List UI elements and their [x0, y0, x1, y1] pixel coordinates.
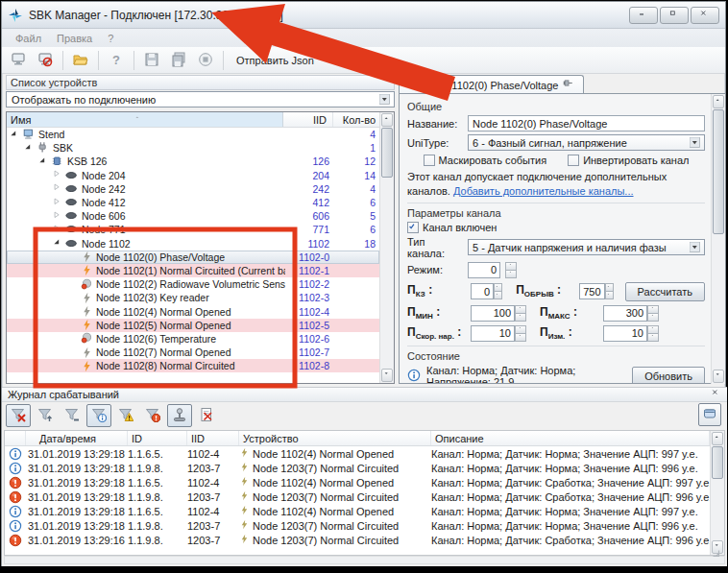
threshold-input[interactable]: 10	[471, 325, 515, 342]
log-row[interactable]: 31.01.2019 13:29:181.1.9.8.1203-7Node 12…	[5, 518, 724, 533]
tree-row[interactable]: Node 2422424	[7, 182, 379, 196]
view-mode-combobox[interactable]: Отображать по подключению	[6, 91, 395, 107]
filter-lower-button[interactable]	[60, 404, 85, 427]
add-extra-channels-link[interactable]: Добавить дополнительные каналы...	[453, 185, 634, 197]
log-scrollbar[interactable]	[710, 431, 724, 555]
scroll-up-icon[interactable]	[381, 113, 393, 127]
expanded-expander-icon[interactable]	[52, 238, 64, 249]
tree-row[interactable]: Node 4124126	[7, 196, 379, 209]
pin-icon[interactable]	[562, 79, 575, 92]
column-header[interactable]: Устройство	[239, 431, 431, 445]
checkbox-checked[interactable]	[407, 222, 419, 233]
log-row[interactable]: 31.01.2019 13:29:181.1.6.5.1102-4Node 11…	[5, 475, 724, 489]
mode-input[interactable]: 0	[468, 262, 500, 278]
maximize-button[interactable]	[660, 7, 689, 24]
name-input[interactable]: Node 1102(0) Phase/Voltage	[468, 115, 705, 131]
log-row[interactable]: 31.01.2019 13:29:161.1.9.8.1203-7Node 12…	[5, 533, 724, 547]
checkbox-unchecked[interactable]	[568, 155, 579, 166]
tree-row[interactable]: Node 7717716	[7, 223, 379, 236]
column-header[interactable]: IID	[187, 431, 239, 445]
log-table-header[interactable]: Дата/времяIDIIDУстройствоОписание	[5, 431, 724, 446]
threshold-input[interactable]: 0	[471, 283, 494, 299]
channel-type-combobox[interactable]: 5 - Датчик напряжения и наличия фазы	[468, 239, 705, 255]
column-header[interactable]: Дата/время	[26, 431, 128, 445]
collapsed-expander-icon[interactable]	[52, 211, 64, 222]
connect-button[interactable]	[6, 49, 31, 72]
tree-row[interactable]: Node 1102110218	[7, 237, 379, 251]
scrollbar-thumb[interactable]	[381, 128, 393, 178]
properties-scrollbar[interactable]	[711, 94, 725, 384]
column-header-severity[interactable]	[5, 431, 26, 445]
tree-row[interactable]: Node 1102(3) Key reader1102-3	[7, 291, 379, 304]
scrollbar-thumb[interactable]	[713, 109, 724, 234]
mask-events-checkbox[interactable]: Маскировать события	[424, 155, 547, 166]
unitype-combobox[interactable]: 6 - Фазный сигнал, напряжение	[468, 134, 705, 151]
column-header-count[interactable]: Кол-во	[333, 112, 379, 127]
menu-item[interactable]: ?	[100, 31, 121, 46]
close-button[interactable]	[691, 7, 719, 24]
filter-raise-button[interactable]	[33, 404, 58, 427]
scrollbar-thumb[interactable]	[712, 446, 723, 479]
tree-row[interactable]: Node 1102(7) Normal Opened1102-7	[7, 346, 379, 359]
tree-row[interactable]: KSB 12612612	[7, 155, 379, 168]
filter-error-button[interactable]	[140, 404, 165, 427]
tree-header[interactable]: Имя IID Кол-во	[7, 112, 379, 128]
column-header[interactable]: Описание	[431, 431, 710, 445]
threshold-input[interactable]: 750	[579, 283, 604, 299]
tree-row[interactable]: Node 1102(4) Normal Opened1102-4	[7, 304, 379, 318]
expanded-expander-icon[interactable]	[23, 143, 36, 154]
column-header-name[interactable]: Имя	[7, 112, 283, 127]
help-button[interactable]: ?	[104, 49, 129, 72]
log-row[interactable]: 31.01.2019 13:29:181.1.9.8.1203-7Node 12…	[5, 461, 724, 475]
open-button[interactable]	[68, 49, 93, 72]
log-row[interactable]: 31.01.2019 13:29:181.1.6.5.1102-4Node 11…	[5, 446, 724, 461]
tree-row[interactable]: SBK1	[7, 141, 379, 155]
threshold-input[interactable]: 100	[471, 305, 515, 322]
tree-row[interactable]: Node 1102(0) Phase/Voltage1102-0	[7, 251, 379, 264]
tab-channel-properties[interactable]: Node 1102(0) Phase/Voltage	[399, 75, 584, 94]
column-header-iid[interactable]: IID	[283, 112, 333, 127]
collapsed-expander-icon[interactable]	[52, 225, 64, 235]
threshold-input[interactable]: 10	[603, 325, 647, 342]
tree-row[interactable]: Node 1102(6) Temperature1102-6	[7, 332, 379, 346]
tree-row[interactable]: Node 1102(1) Normal Circuited (Current b…	[7, 264, 379, 277]
channel-enabled-checkbox[interactable]: Канал включен	[407, 222, 497, 233]
filter-info-button[interactable]	[86, 404, 111, 427]
log-popup-button[interactable]	[698, 403, 721, 426]
refresh-button[interactable]: Обновить	[632, 367, 705, 384]
menu-item[interactable]: Файл	[8, 31, 49, 46]
filter-test-button[interactable]	[167, 404, 192, 427]
disconnect-button[interactable]	[33, 49, 58, 72]
expanded-expander-icon[interactable]	[9, 130, 21, 140]
collapsed-expander-icon[interactable]	[52, 170, 64, 180]
title-bar[interactable]: SBK Manager - Подключен [172.30.30.121:4…	[2, 2, 725, 29]
calculate-button[interactable]: Рассчитать	[625, 282, 705, 301]
log-row[interactable]: 31.01.2019 13:29:181.1.9.8.1203-7Node 12…	[5, 489, 724, 504]
log-row[interactable]: 31.01.2019 13:29:181.1.6.5.1102-4Node 11…	[5, 504, 724, 518]
save-button[interactable]	[139, 49, 164, 72]
collapsed-expander-icon[interactable]	[52, 183, 64, 194]
send-json-button[interactable]: Отправить Json	[229, 49, 322, 72]
invert-channel-checkbox[interactable]: Инвертировать канал	[568, 155, 689, 166]
filter-warning-button[interactable]	[113, 404, 138, 427]
tree-row[interactable]: Stend4	[7, 128, 379, 141]
tree-row[interactable]: Node 1102(8) Normal Circuited1102-8	[7, 359, 379, 372]
tree-row[interactable]: Node 1102(2) Radiowave Volumetric Sensor…	[7, 277, 379, 291]
filter-clear-button[interactable]	[6, 404, 31, 427]
tree-scrollbar[interactable]	[379, 112, 394, 383]
expanded-expander-icon[interactable]	[37, 156, 50, 167]
column-header[interactable]: ID	[128, 431, 187, 445]
scroll-up-icon[interactable]	[713, 95, 724, 108]
tree-row[interactable]: Node 6066065	[7, 209, 379, 223]
save-copy-button[interactable]	[166, 49, 191, 72]
resize-grip[interactable]	[712, 549, 723, 562]
close-log-icon[interactable]	[712, 389, 721, 400]
scroll-up-icon[interactable]	[712, 432, 723, 445]
checkbox-unchecked[interactable]	[424, 155, 435, 166]
scroll-down-icon[interactable]	[381, 369, 393, 382]
tree-row[interactable]: Node 20420414	[7, 169, 379, 182]
minimize-button[interactable]	[629, 7, 658, 24]
report-button[interactable]	[194, 404, 219, 427]
threshold-input[interactable]: 300	[603, 305, 647, 322]
menu-item[interactable]: Правка	[49, 31, 100, 46]
